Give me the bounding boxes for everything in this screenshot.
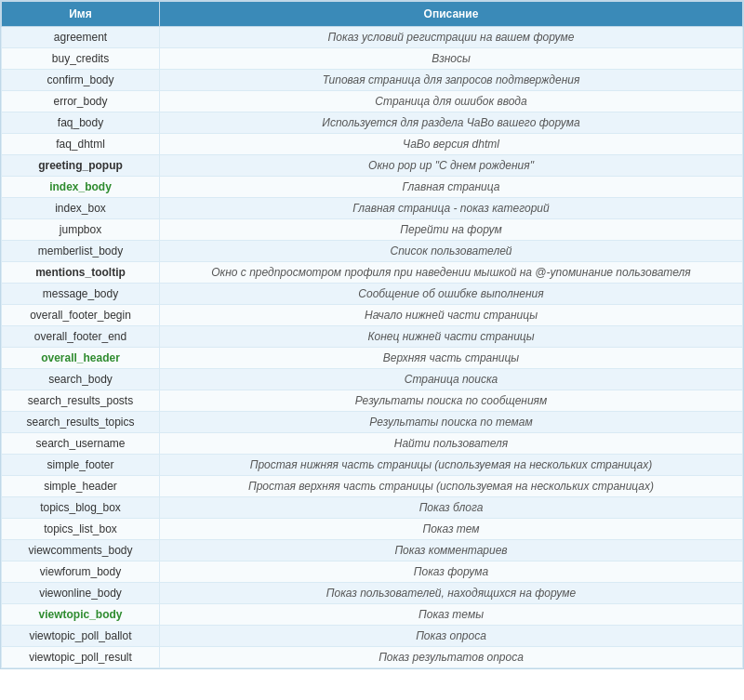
cell-description: Перейти на форум [160,219,743,241]
cell-description: Простая нижняя часть страницы (используе… [160,455,743,476]
cell-name: topics_list_box [2,519,160,540]
cell-description: Начало нижней части страницы [160,305,743,326]
table-row[interactable]: viewcomments_bodyПоказ комментариев [2,540,743,561]
table-row[interactable]: viewtopic_bodyПоказ темы [2,604,743,626]
cell-description: Показ блога [160,497,743,519]
cell-description: Результаты поиска по сообщениям [160,390,743,412]
cell-name: confirm_body [2,70,160,91]
table-row[interactable]: simple_footerПростая нижняя часть страни… [2,455,743,476]
table-row[interactable]: confirm_bodyТиповая страница для запросо… [2,70,743,91]
cell-description: Типовая страница для запросов подтвержде… [160,70,743,91]
table-row[interactable]: topics_blog_boxПоказ блога [2,497,743,519]
cell-name: buy_credits [2,48,160,70]
cell-description: Результаты поиска по темам [160,412,743,433]
table-row[interactable]: mentions_tooltipОкно с предпросмотром пр… [2,262,743,284]
header-description: Описание [160,2,743,27]
cell-description: Найти пользователя [160,433,743,455]
table-row[interactable]: overall_footer_beginНачало нижней части … [2,305,743,326]
cell-name: search_body [2,369,160,390]
cell-description: Показ опроса [160,626,743,647]
cell-description: Окно с предпросмотром профиля при наведе… [160,262,743,284]
cell-description: Показ пользователей, находящихся на фору… [160,583,743,604]
table-row[interactable]: faq_bodyИспользуется для раздела ЧаВо ва… [2,112,743,134]
table-row[interactable]: viewonline_bodyПоказ пользователей, нахо… [2,583,743,604]
cell-name: viewtopic_body [2,604,160,626]
table-row[interactable]: buy_creditsВзносы [2,48,743,70]
cell-name: message_body [2,284,160,305]
table-row[interactable]: topics_list_boxПоказ тем [2,519,743,540]
table-row[interactable]: jumpboxПерейти на форум [2,219,743,241]
cell-description: Верхняя часть страницы [160,348,743,369]
table-row[interactable]: search_bodyСтраница поиска [2,369,743,390]
header-name: Имя [2,2,160,27]
cell-name: overall_footer_begin [2,305,160,326]
cell-name: index_box [2,198,160,219]
cell-name: faq_body [2,112,160,134]
table-header-row: Имя Описание [2,2,743,27]
cell-name: topics_blog_box [2,497,160,519]
table-row[interactable]: viewforum_bodyПоказ форума [2,561,743,583]
table-row[interactable]: overall_headerВерхняя часть страницы [2,348,743,369]
cell-description: Показ форума [160,561,743,583]
cell-name: simple_footer [2,455,160,476]
table-row[interactable]: search_results_topicsРезультаты поиска п… [2,412,743,433]
cell-name: search_results_posts [2,390,160,412]
cell-description: Главная страница [160,177,743,198]
cell-description: Сообщение об ошибке выполнения [160,284,743,305]
cell-name: overall_header [2,348,160,369]
cell-description: Конец нижней части страницы [160,326,743,348]
cell-name: simple_header [2,476,160,497]
cell-name: agreement [2,27,160,48]
table-row[interactable]: error_bodyСтраница для ошибок ввода [2,91,743,112]
cell-name: error_body [2,91,160,112]
cell-description: Показ темы [160,604,743,626]
cell-description: Список пользователей [160,241,743,262]
table-row[interactable]: index_bodyГлавная страница [2,177,743,198]
table-row[interactable]: faq_dhtmlЧаВо версия dhtml [2,134,743,155]
cell-name: viewtopic_poll_result [2,647,160,668]
cell-name: viewforum_body [2,561,160,583]
cell-name: search_results_topics [2,412,160,433]
cell-description: Показ условий регистрации на вашем форум… [160,27,743,48]
table-row[interactable]: overall_footer_endКонец нижней части стр… [2,326,743,348]
table-row[interactable]: agreementПоказ условий регистрации на ва… [2,27,743,48]
cell-description: Взносы [160,48,743,70]
table-row[interactable]: simple_headerПростая верхняя часть стран… [2,476,743,497]
cell-name: memberlist_body [2,241,160,262]
cell-description: Простая верхняя часть страницы (использу… [160,476,743,497]
cell-name: greeting_popup [2,155,160,177]
cell-name: overall_footer_end [2,326,160,348]
table-row[interactable]: message_bodyСообщение об ошибке выполнен… [2,284,743,305]
cell-name: mentions_tooltip [2,262,160,284]
table-row[interactable]: greeting_popupОкно pop up "С днем рожден… [2,155,743,177]
cell-name: index_body [2,177,160,198]
table-row[interactable]: search_usernameНайти пользователя [2,433,743,455]
cell-description: Показ тем [160,519,743,540]
cell-description: Показ комментариев [160,540,743,561]
cell-description: Окно pop up "С днем рождения" [160,155,743,177]
cell-name: jumpbox [2,219,160,241]
cell-description: Страница для ошибок ввода [160,91,743,112]
main-table-container: Имя Описание agreementПоказ условий реги… [0,0,744,669]
table-body: agreementПоказ условий регистрации на ва… [2,27,743,668]
cell-name: viewonline_body [2,583,160,604]
cell-description: ЧаВо версия dhtml [160,134,743,155]
cell-description: Страница поиска [160,369,743,390]
table-row[interactable]: search_results_postsРезультаты поиска по… [2,390,743,412]
cell-name: viewcomments_body [2,540,160,561]
cell-description: Используется для раздела ЧаВо вашего фор… [160,112,743,134]
cell-name: search_username [2,433,160,455]
table-row[interactable]: memberlist_bodyСписок пользователей [2,241,743,262]
cell-description: Главная страница - показ категорий [160,198,743,219]
cell-name: faq_dhtml [2,134,160,155]
cell-description: Показ результатов опроса [160,647,743,668]
cell-name: viewtopic_poll_ballot [2,626,160,647]
table-row[interactable]: viewtopic_poll_resultПоказ результатов о… [2,647,743,668]
table-row[interactable]: viewtopic_poll_ballotПоказ опроса [2,626,743,647]
table-row[interactable]: index_boxГлавная страница - показ катего… [2,198,743,219]
templates-table: Имя Описание agreementПоказ условий реги… [1,1,743,668]
